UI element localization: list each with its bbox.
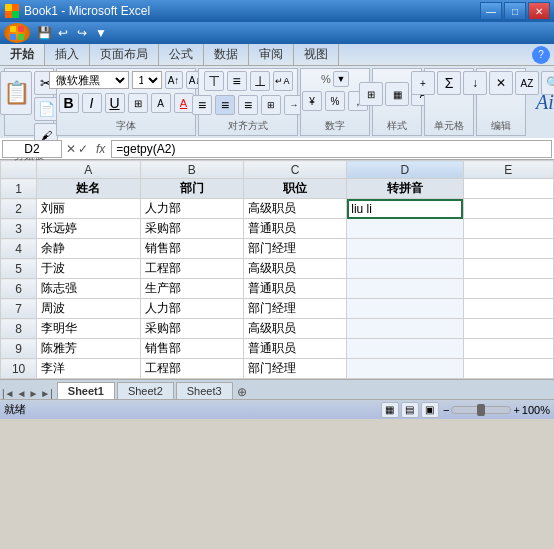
minimize-button[interactable]: — — [480, 2, 502, 20]
cell-d[interactable] — [347, 259, 463, 279]
cell-d[interactable] — [347, 339, 463, 359]
conditional-format-btn[interactable]: ⊞ — [359, 82, 383, 106]
cell-c[interactable]: 部门经理 — [243, 359, 346, 379]
font-size-select[interactable]: 12 — [132, 71, 162, 89]
row-header[interactable]: 10 — [1, 359, 37, 379]
cell-e[interactable] — [463, 339, 553, 359]
cell-b[interactable]: 工程部 — [140, 259, 243, 279]
fill-btn[interactable]: ↓ — [463, 71, 487, 95]
row-header[interactable]: 2 — [1, 199, 37, 219]
paste-button[interactable]: 📋 — [0, 71, 32, 115]
cell-a[interactable]: 李明华 — [37, 319, 140, 339]
cell-c[interactable]: 高级职员 — [243, 199, 346, 219]
sheet-tab-2[interactable]: Sheet2 — [117, 382, 174, 399]
font-name-select[interactable]: 微软雅黑 — [49, 71, 129, 89]
col-header-label-b[interactable]: 部门 — [140, 179, 243, 199]
help-button[interactable]: ? — [532, 46, 550, 64]
cell-d[interactable] — [347, 359, 463, 379]
row-header[interactable]: 1 — [1, 179, 37, 199]
save-quick-btn[interactable]: 💾 — [36, 25, 52, 41]
cell-reference-input[interactable] — [2, 140, 62, 158]
cell-e[interactable] — [463, 319, 553, 339]
sheet-tab-3[interactable]: Sheet3 — [176, 382, 233, 399]
redo-quick-btn[interactable]: ↪ — [74, 25, 90, 41]
sheet-nav-next[interactable]: ► — [28, 388, 38, 399]
cell-a[interactable]: 余静 — [37, 239, 140, 259]
qa-dropdown-btn[interactable]: ▼ — [93, 25, 109, 41]
number-format-btn[interactable]: ▼ — [333, 71, 349, 87]
cell-c[interactable]: 普通职员 — [243, 339, 346, 359]
cell-b[interactable]: 销售部 — [140, 239, 243, 259]
copy-button[interactable]: 📄 — [34, 97, 58, 121]
tab-page-layout[interactable]: 页面布局 — [90, 44, 159, 65]
cell-b[interactable]: 采购部 — [140, 319, 243, 339]
align-top-btn[interactable]: ⊤ — [204, 71, 224, 91]
sheet-nav-prev[interactable]: ◄ — [17, 388, 27, 399]
align-right-btn[interactable]: ≡ — [238, 95, 258, 115]
cell-a[interactable]: 李洋 — [37, 359, 140, 379]
cell-c[interactable]: 普通职员 — [243, 219, 346, 239]
maximize-button[interactable]: □ — [504, 2, 526, 20]
row-header[interactable]: 4 — [1, 239, 37, 259]
cell-b[interactable]: 采购部 — [140, 219, 243, 239]
border-button[interactable]: ⊞ — [128, 93, 148, 113]
col-header-d[interactable]: D — [347, 161, 463, 179]
font-color-btn[interactable]: A — [174, 93, 194, 113]
row-header[interactable]: 9 — [1, 339, 37, 359]
col-header-label-d[interactable]: 转拼音 — [347, 179, 463, 199]
add-sheet-btn[interactable]: ⊕ — [237, 385, 247, 399]
cell-e[interactable] — [463, 359, 553, 379]
percent-btn[interactable]: % — [325, 91, 345, 111]
close-button[interactable]: ✕ — [528, 2, 550, 20]
underline-button[interactable]: U — [105, 93, 125, 113]
sheet-nav-first[interactable]: |◄ — [2, 388, 15, 399]
cell-d[interactable] — [347, 299, 463, 319]
corner-header[interactable] — [1, 161, 37, 179]
cell-d[interactable]: liu li — [347, 199, 463, 219]
cell-c[interactable]: 高级职员 — [243, 319, 346, 339]
row-header[interactable]: 7 — [1, 299, 37, 319]
cell-d[interactable] — [347, 319, 463, 339]
col-header-b[interactable]: B — [140, 161, 243, 179]
normal-view-btn[interactable]: ▦ — [381, 402, 399, 418]
cell-e[interactable] — [463, 259, 553, 279]
cell-b[interactable]: 人力部 — [140, 299, 243, 319]
cell-e[interactable] — [463, 219, 553, 239]
cell-e[interactable] — [463, 199, 553, 219]
increase-font-btn[interactable]: A↑ — [165, 71, 183, 89]
align-bottom-btn[interactable]: ⊥ — [250, 71, 270, 91]
cell-d[interactable] — [347, 219, 463, 239]
fill-color-btn[interactable]: A — [151, 93, 171, 113]
page-layout-view-btn[interactable]: ▤ — [401, 402, 419, 418]
sheet-nav-last[interactable]: ►| — [40, 388, 53, 399]
bold-button[interactable]: B — [59, 93, 79, 113]
col-header-label-c[interactable]: 职位 — [243, 179, 346, 199]
zoom-out-btn[interactable]: − — [443, 404, 449, 416]
sheet-tab-1[interactable]: Sheet1 — [57, 382, 115, 399]
merge-btn[interactable]: ⊞ — [261, 95, 281, 115]
col-header-c[interactable]: C — [243, 161, 346, 179]
cell-b[interactable]: 人力部 — [140, 199, 243, 219]
cell-a[interactable]: 于波 — [37, 259, 140, 279]
col-header-label-a[interactable]: 姓名 — [37, 179, 140, 199]
cell-c[interactable]: 部门经理 — [243, 299, 346, 319]
cell-a[interactable]: 陈志强 — [37, 279, 140, 299]
cell-a[interactable]: 陈雅芳 — [37, 339, 140, 359]
zoom-in-btn[interactable]: + — [513, 404, 519, 416]
cell-c[interactable]: 普通职员 — [243, 279, 346, 299]
align-left-btn[interactable]: ≡ — [192, 95, 212, 115]
cell-e[interactable] — [463, 279, 553, 299]
cell-a[interactable]: 周波 — [37, 299, 140, 319]
cell-d[interactable] — [347, 239, 463, 259]
cell-e[interactable] — [463, 179, 553, 199]
cell-c[interactable]: 部门经理 — [243, 239, 346, 259]
row-header[interactable]: 3 — [1, 219, 37, 239]
tab-home[interactable]: 开始 — [0, 44, 45, 65]
confirm-formula-btn[interactable]: ✓ — [78, 142, 88, 156]
cell-b[interactable]: 工程部 — [140, 359, 243, 379]
col-header-e[interactable]: E — [463, 161, 553, 179]
align-center-btn[interactable]: ≡ — [215, 95, 235, 115]
clear-btn[interactable]: ✕ — [489, 71, 513, 95]
tab-view[interactable]: 视图 — [294, 44, 339, 65]
italic-button[interactable]: I — [82, 93, 102, 113]
